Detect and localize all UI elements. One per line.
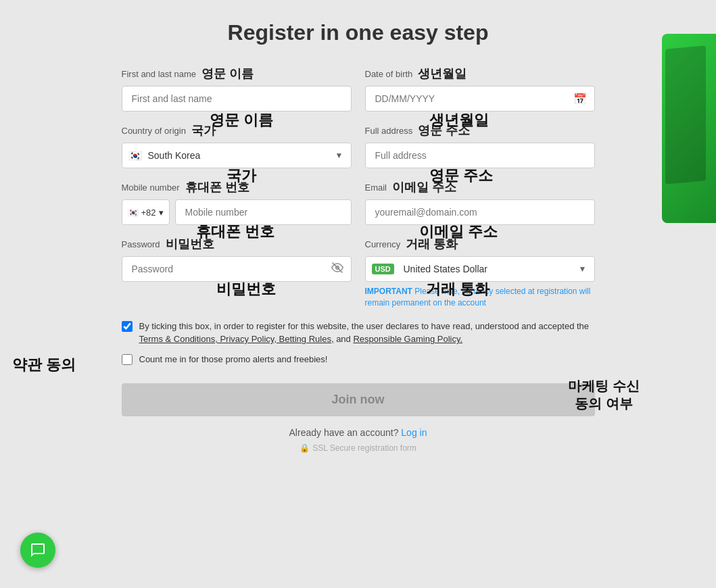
login-text: Already have an account? (289, 427, 399, 438)
dob-group: Date of birth 생년월일 📅 (365, 66, 595, 112)
lock-icon: 🔒 (300, 443, 310, 453)
currency-note: IMPORTANT Please note, currency selected… (365, 286, 595, 309)
country-select-wrapper: 🇰🇷 South Korea United States United King… (122, 143, 352, 168)
ssl-row: 🔒 SSL Secure registration form (122, 443, 595, 453)
form-row-4: Password 비밀번호 Currency (122, 236, 595, 309)
mobile-korean: 휴대폰 번호 (185, 179, 249, 195)
email-group: Email 이메일 주소 (365, 179, 595, 225)
address-korean: 영문 주소 (418, 122, 470, 139)
phone-chevron-icon: ▾ (159, 207, 164, 218)
decorative-corner (662, 34, 716, 223)
form-container: Register in one easy step First and last… (122, 20, 595, 453)
phone-code-selector[interactable]: 🇰🇷 +82 ▾ (122, 199, 170, 225)
country-select[interactable]: South Korea United States United Kingdom (122, 143, 352, 168)
terms-text: By ticking this box, in order to registe… (139, 320, 595, 346)
dob-input-wrapper: 📅 (365, 86, 595, 112)
password-korean: 비밀번호 (166, 236, 214, 252)
country-label: Country of origin (122, 126, 186, 136)
country-korean: 국가 (191, 122, 216, 139)
email-header: Email 이메일 주소 (365, 179, 595, 195)
password-wrapper (122, 256, 352, 282)
mobile-group: Mobile number 휴대폰 번호 🇰🇷 +82 ▾ (122, 179, 352, 225)
mobile-header: Mobile number 휴대폰 번호 (122, 179, 352, 195)
password-input[interactable] (122, 256, 352, 282)
country-flag: 🇰🇷 (128, 149, 142, 162)
form-row-3: Mobile number 휴대폰 번호 🇰🇷 +82 ▾ Email 이메일 … (122, 179, 595, 225)
name-korean: 영문 이름 (201, 66, 254, 82)
responsible-gaming-link[interactable]: Responsible Gaming Policy. (353, 334, 462, 344)
name-group: First and last name 영문 이름 (122, 66, 352, 112)
email-input[interactable] (365, 199, 595, 225)
form-row-1: First and last name 영문 이름 Date of birth … (122, 66, 595, 112)
phone-code: +82 (141, 207, 156, 218)
password-group: Password 비밀번호 (122, 236, 352, 309)
dob-header: Date of birth 생년월일 (365, 66, 595, 82)
form-row-2: Country of origin 국가 🇰🇷 South Korea Unit… (122, 122, 595, 168)
terms-checkbox-row: By ticking this box, in order to registe… (122, 320, 595, 346)
calendar-icon[interactable]: 📅 (573, 93, 587, 105)
currency-header: Currency 거래 통화 (365, 236, 595, 252)
address-header: Full address 영문 주소 (365, 122, 595, 139)
country-header: Country of origin 국가 (122, 122, 352, 139)
page-wrapper: Register in one easy step First and last… (0, 0, 716, 588)
promo-checkbox[interactable] (122, 354, 133, 365)
dob-input[interactable] (365, 86, 595, 112)
terms-checkbox[interactable] (122, 321, 133, 332)
name-label: First and last name (122, 69, 197, 79)
currency-select[interactable]: United States Dollar Euro British Pound (365, 256, 595, 282)
promo-text: Count me in for those promo alerts and f… (139, 353, 328, 366)
annotation-terms-korean: 약관 동의 (12, 355, 76, 375)
login-link[interactable]: Log in (401, 427, 427, 438)
currency-group: Currency 거래 통화 USD United States Dollar … (365, 236, 595, 309)
join-button[interactable]: Join now (122, 383, 595, 416)
dob-label: Date of birth (365, 69, 413, 79)
promo-checkbox-row: Count me in for those promo alerts and f… (122, 353, 595, 366)
address-input[interactable] (365, 143, 595, 168)
dob-korean: 생년월일 (418, 66, 467, 82)
email-label: Email (365, 182, 387, 193)
address-label: Full address (365, 126, 413, 136)
terms-section: By ticking this box, in order to registe… (122, 320, 595, 366)
eye-icon[interactable] (331, 262, 343, 276)
password-header: Password 비밀번호 (122, 236, 352, 252)
currency-korean: 거래 통화 (406, 236, 458, 252)
currency-wrapper: USD United States Dollar Euro British Po… (365, 256, 595, 282)
mobile-label: Mobile number (122, 182, 180, 193)
email-korean: 이메일 주소 (392, 179, 456, 195)
phone-wrapper: 🇰🇷 +82 ▾ (122, 199, 352, 225)
phone-flag: 🇰🇷 (128, 207, 139, 218)
password-label: Password (122, 239, 160, 249)
currency-label: Currency (365, 239, 401, 249)
mobile-input[interactable] (175, 199, 352, 225)
ssl-text: SSL Secure registration form (312, 443, 416, 453)
page-title: Register in one easy step (122, 20, 595, 45)
login-row: Already have an account? Log in (122, 427, 595, 438)
chat-icon (30, 542, 46, 558)
usd-badge: USD (372, 264, 394, 274)
country-group: Country of origin 국가 🇰🇷 South Korea Unit… (122, 122, 352, 168)
chat-bubble[interactable] (20, 533, 55, 568)
address-group: Full address 영문 주소 (365, 122, 595, 168)
terms-link[interactable]: Terms & Conditions, Privacy Policy, Bett… (139, 334, 334, 344)
name-input[interactable] (122, 86, 352, 112)
name-header: First and last name 영문 이름 (122, 66, 352, 82)
